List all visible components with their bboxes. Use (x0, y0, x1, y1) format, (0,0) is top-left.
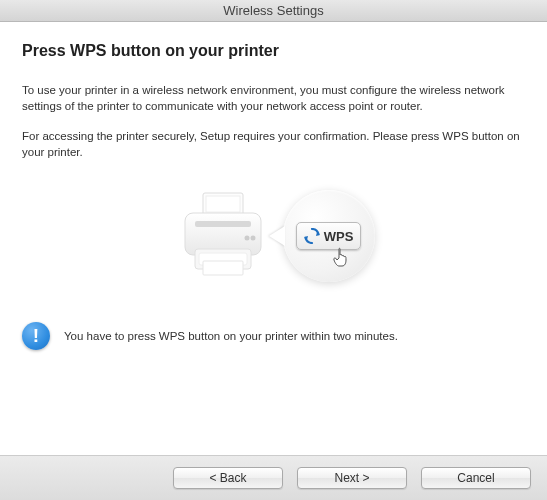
next-button[interactable]: Next > (297, 467, 407, 489)
svg-rect-3 (195, 221, 251, 227)
intro-paragraph-2: For accessing the printer securely, Setu… (22, 128, 525, 160)
page-heading: Press WPS button on your printer (22, 42, 525, 60)
window-title: Wireless Settings (223, 3, 323, 18)
info-icon: ! (22, 322, 50, 350)
notice-row: ! You have to press WPS button on your p… (22, 322, 525, 350)
footer-bar: < Back Next > Cancel (0, 456, 547, 500)
notice-text: You have to press WPS button on your pri… (64, 330, 398, 342)
wps-bubble: WPS (283, 190, 375, 282)
printer-icon (173, 191, 273, 281)
illustration: WPS (22, 190, 525, 282)
svg-point-5 (250, 236, 255, 241)
content-pane: Press WPS button on your printer To use … (0, 22, 547, 456)
title-bar: Wireless Settings (0, 0, 547, 22)
intro-paragraph-1: To use your printer in a wireless networ… (22, 82, 525, 114)
svg-rect-1 (206, 196, 240, 212)
hand-cursor-icon (331, 246, 353, 270)
speech-pointer (269, 226, 285, 246)
svg-rect-8 (203, 261, 243, 275)
cancel-button[interactable]: Cancel (421, 467, 531, 489)
back-button[interactable]: < Back (173, 467, 283, 489)
svg-point-4 (244, 236, 249, 241)
wps-label: WPS (324, 229, 354, 244)
wps-arrows-icon (304, 228, 320, 244)
